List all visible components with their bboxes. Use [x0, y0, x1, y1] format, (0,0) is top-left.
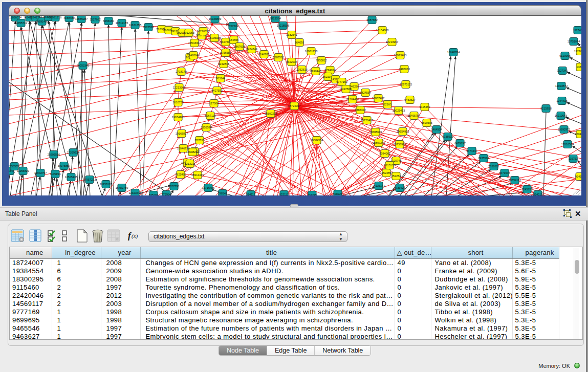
svg-text:835291: 835291	[149, 193, 158, 195]
svg-text:13226058: 13226058	[197, 30, 209, 33]
svg-text:18807249: 18807249	[373, 141, 385, 144]
svg-text:6938913: 6938913	[442, 135, 453, 138]
svg-text:8756685: 8756685	[220, 51, 231, 54]
svg-text:2935514: 2935514	[478, 157, 489, 160]
svg-text:1464954: 1464954	[431, 128, 442, 131]
svg-text:14136141: 14136141	[373, 184, 385, 187]
svg-text:16648784: 16648784	[447, 51, 460, 54]
svg-text:9129966: 9129966	[559, 54, 570, 57]
svg-text:1610755: 1610755	[172, 101, 183, 104]
svg-text:731245: 731245	[308, 193, 317, 195]
svg-text:924502: 924502	[575, 175, 581, 178]
svg-text:8267110: 8267110	[205, 114, 215, 117]
svg-text:7485063: 7485063	[399, 68, 409, 71]
svg-text:16671355: 16671355	[129, 24, 141, 27]
svg-text:21364436: 21364436	[346, 98, 359, 101]
svg-text:10543302: 10543302	[188, 41, 201, 45]
svg-text:16210643: 16210643	[555, 114, 567, 117]
svg-text:9474444: 9474444	[466, 149, 477, 152]
svg-text:2718170: 2718170	[176, 70, 186, 73]
svg-text:19218506: 19218506	[277, 24, 289, 27]
svg-text:514112: 514112	[246, 193, 255, 195]
svg-text:9242848: 9242848	[218, 62, 229, 65]
svg-text:6497568: 6497568	[340, 87, 351, 91]
svg-text:3824554: 3824554	[360, 91, 371, 94]
svg-text:9146821: 9146821	[258, 53, 269, 56]
svg-text:15692971: 15692971	[558, 128, 570, 131]
svg-text:18300295: 18300295	[265, 112, 277, 115]
svg-text:7632621: 7632621	[488, 165, 499, 168]
svg-text:8427552: 8427552	[211, 89, 222, 92]
svg-text:7955812: 7955812	[316, 59, 326, 62]
svg-text:10654112: 10654112	[509, 179, 521, 182]
svg-text:12093872: 12093872	[555, 84, 568, 87]
svg-text:19654923: 19654923	[397, 130, 409, 133]
svg-text:15196328: 15196328	[208, 36, 221, 39]
svg-text:16033809: 16033809	[209, 17, 221, 20]
svg-text:408223: 408223	[333, 192, 342, 195]
svg-text:8990448: 8990448	[310, 70, 321, 73]
svg-text:15720407: 15720407	[361, 119, 373, 122]
svg-text:1145194: 1145194	[50, 172, 60, 176]
svg-text:20206536: 20206536	[48, 153, 60, 156]
svg-text:3213211: 3213211	[184, 162, 195, 165]
svg-text:16961758: 16961758	[305, 50, 317, 53]
svg-text:30975857: 30975857	[58, 164, 70, 167]
svg-text:116753: 116753	[569, 157, 578, 160]
svg-text:10719155: 10719155	[116, 21, 128, 25]
svg-text:(x): (x)	[132, 233, 138, 239]
svg-text:9245652: 9245652	[521, 188, 532, 191]
svg-text:7357224: 7357224	[227, 25, 238, 28]
svg-text:12323448: 12323448	[129, 191, 141, 194]
svg-text:9777169: 9777169	[336, 80, 347, 83]
svg-text:8471676: 8471676	[499, 171, 510, 174]
svg-text:10855287: 10855287	[75, 17, 88, 20]
svg-text:12505135: 12505135	[65, 176, 77, 179]
svg-text:772934: 772934	[162, 193, 171, 195]
svg-text:19166827: 19166827	[176, 132, 188, 135]
svg-text:10807487: 10807487	[372, 97, 384, 100]
svg-text:17016504: 17016504	[561, 143, 574, 146]
svg-text:8912953: 8912953	[183, 31, 194, 34]
svg-text:19218506: 19218506	[574, 50, 581, 53]
svg-text:11866024: 11866024	[9, 16, 21, 19]
svg-text:19384554: 19384554	[311, 139, 323, 142]
svg-text:19654983: 19654983	[172, 116, 184, 119]
svg-text:7515526: 7515526	[143, 26, 154, 29]
svg-text:252254: 252254	[391, 174, 401, 178]
svg-text:10025433: 10025433	[393, 109, 405, 112]
svg-text:6479197: 6479197	[454, 142, 465, 145]
svg-text:10688609: 10688609	[369, 130, 382, 134]
svg-text:1362615: 1362615	[296, 68, 307, 71]
svg-text:1615132: 1615132	[384, 164, 395, 167]
svg-text:17359934: 17359934	[67, 151, 79, 154]
svg-text:18981216: 18981216	[49, 16, 61, 19]
svg-text:1332541: 1332541	[286, 33, 297, 36]
svg-text:8813054: 8813054	[270, 17, 280, 20]
svg-text:8215958: 8215958	[540, 107, 551, 110]
svg-text:10958107: 10958107	[100, 183, 112, 186]
svg-text:6794024: 6794024	[324, 69, 335, 72]
svg-text:16782759: 16782759	[116, 186, 128, 189]
svg-text:15495754: 15495754	[408, 114, 420, 117]
svg-text:9227341: 9227341	[557, 69, 568, 72]
svg-text:8322037: 8322037	[286, 60, 297, 63]
svg-text:1353594: 1353594	[201, 126, 211, 129]
svg-text:19524851: 19524851	[380, 171, 393, 174]
svg-text:12942757: 12942757	[34, 171, 47, 174]
svg-text:9857791: 9857791	[168, 185, 179, 188]
svg-text:652113: 652113	[279, 193, 289, 195]
svg-text:8454749: 8454749	[246, 48, 257, 51]
svg-text:9463627: 9463627	[404, 98, 415, 101]
svg-text:14055712: 14055712	[15, 21, 27, 25]
svg-text:16154808: 16154808	[376, 29, 388, 32]
svg-text:62160: 62160	[383, 103, 391, 106]
svg-text:154656: 154656	[229, 38, 238, 41]
svg-text:12213369: 12213369	[173, 86, 185, 89]
svg-text:18724007: 18724007	[288, 104, 300, 107]
svg-text:6466160: 6466160	[103, 19, 114, 23]
svg-text:2867608: 2867608	[234, 45, 245, 48]
svg-text:16046738: 16046738	[177, 147, 189, 150]
svg-text:22420046: 22420046	[187, 54, 200, 57]
svg-text:7625402: 7625402	[175, 173, 186, 176]
